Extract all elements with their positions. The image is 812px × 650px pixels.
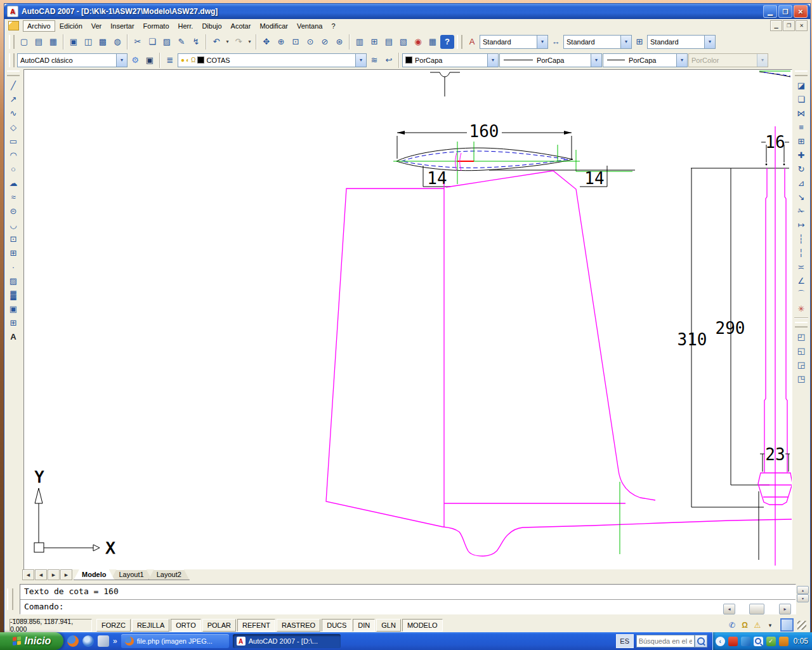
toolbar-grip[interactable]: [795, 322, 808, 328]
search-input[interactable]: [636, 635, 695, 647]
close-button[interactable]: ✕: [794, 5, 808, 18]
toolbar-grip[interactable]: [457, 35, 462, 49]
tray-sync-icon[interactable]: [741, 637, 750, 646]
menu-formato[interactable]: Formato: [139, 20, 174, 32]
menu-modificar[interactable]: Modificar: [255, 20, 292, 32]
array-button[interactable]: ⊞: [794, 134, 808, 148]
send-under-objects-button[interactable]: ◳: [794, 371, 808, 385]
show-desktop-icon[interactable]: [98, 635, 109, 647]
save-button[interactable]: ▦: [46, 35, 60, 49]
tab-layout1[interactable]: Layout1: [111, 569, 152, 580]
zoom-window-button[interactable]: ⊡: [289, 35, 303, 49]
menu-herr[interactable]: Herr.: [174, 20, 198, 32]
dimension-14-left[interactable]: 14: [423, 166, 450, 188]
command-hscroll-left[interactable]: ◂: [723, 604, 735, 614]
chevron-down-icon[interactable]: ▾: [591, 54, 601, 67]
chevron-down-icon[interactable]: ▾: [620, 36, 631, 48]
construction-line-button[interactable]: ↗: [6, 92, 20, 106]
spline-button[interactable]: ≈: [6, 190, 20, 204]
tip-airfoil-partial[interactable]: [759, 71, 790, 77]
tail-structure[interactable]: [691, 168, 789, 560]
tray-search-icon[interactable]: [754, 637, 763, 646]
last-tab-button[interactable]: ▶: [60, 569, 72, 580]
toggle-din[interactable]: DIN: [353, 619, 375, 632]
toggle-refent[interactable]: REFENT: [237, 619, 275, 632]
menu-ver[interactable]: Ver: [87, 20, 107, 32]
minimize-button[interactable]: ▁: [763, 5, 777, 18]
bring-above-objects-button[interactable]: ◲: [794, 357, 808, 371]
chevron-down-icon[interactable]: ▾: [676, 54, 687, 67]
layer-freeze-icon[interactable]: ◐: [186, 56, 190, 63]
move-button[interactable]: ✚: [794, 148, 808, 162]
paste-button[interactable]: ▨: [160, 35, 174, 49]
tray-updates-icon[interactable]: ✓: [766, 637, 776, 646]
fillet-button[interactable]: ⌒: [794, 288, 808, 302]
publish-button[interactable]: ▩: [96, 35, 110, 49]
polygon-button[interactable]: ◇: [6, 120, 20, 134]
toolbar-grip[interactable]: [9, 35, 15, 49]
layer-properties-button[interactable]: ≣: [163, 53, 177, 67]
drawing-file-icon[interactable]: [8, 21, 19, 30]
plot-preview-button[interactable]: ◫: [81, 35, 95, 49]
quicklaunch-firefox-icon[interactable]: [67, 635, 79, 647]
erase-button[interactable]: ◪: [794, 78, 808, 92]
layer-unlock-icon[interactable]: Ω: [191, 56, 195, 63]
start-button[interactable]: Inicio: [0, 632, 63, 650]
offset-button[interactable]: ≡: [794, 120, 808, 134]
status-tray-dropdown[interactable]: ▾: [765, 620, 775, 630]
designcenter-button[interactable]: ⊞: [367, 35, 381, 49]
redo-button[interactable]: ↷: [232, 35, 246, 49]
sheet-set-manager-button[interactable]: ▧: [396, 35, 410, 49]
toolbar-grip[interactable]: [9, 53, 15, 67]
undo-button[interactable]: ↶: [209, 35, 223, 49]
table-style-combo[interactable]: Standard ▾: [647, 35, 716, 49]
quicklaunch-overflow-chevron[interactable]: »: [113, 637, 117, 646]
explode-button[interactable]: ✳: [794, 302, 808, 315]
dim-text-310[interactable]: 310: [678, 330, 707, 349]
extend-button[interactable]: ↦: [794, 218, 808, 232]
command-prompt-line[interactable]: Comando:: [20, 600, 796, 613]
toolbar-grip[interactable]: [7, 70, 20, 76]
toggle-forzc[interactable]: FORZC: [96, 619, 131, 632]
markup-set-manager-button[interactable]: ◉: [411, 35, 425, 49]
dim-style-combo[interactable]: Standard ▾: [563, 35, 632, 49]
zoom-realtime-button[interactable]: ⊕: [274, 35, 288, 49]
first-tab-button[interactable]: ◀: [22, 569, 34, 580]
dim-text-160[interactable]: 160: [469, 122, 499, 141]
command-text-area[interactable]: Texto de cota = 160 Comando:: [20, 584, 796, 614]
join-button[interactable]: ≍: [794, 260, 808, 274]
properties-palette-button[interactable]: ▥: [353, 35, 367, 49]
menu-archivo[interactable]: Archivo: [23, 20, 55, 32]
communication-center-icon[interactable]: ✆: [727, 620, 737, 630]
command-hscroll-thumb[interactable]: [749, 604, 764, 614]
rotate-button[interactable]: ↻: [794, 162, 808, 176]
pan-button[interactable]: ✥: [259, 35, 273, 49]
tab-modelo[interactable]: Modelo: [74, 569, 115, 580]
maximize-button[interactable]: ❐: [778, 5, 792, 18]
circle-button[interactable]: ○: [6, 162, 20, 176]
revision-cloud-button[interactable]: ☁: [6, 176, 20, 190]
linetype-combo[interactable]: PorCapa ▾: [499, 53, 602, 67]
insert-block-button[interactable]: ⊡: [6, 232, 20, 246]
dim-text-290[interactable]: 290: [716, 319, 745, 338]
layer-combo[interactable]: ● ◐ Ω COTAS ▾: [178, 53, 367, 67]
mirror-button[interactable]: ⋈: [794, 106, 808, 120]
line-button[interactable]: ╱: [6, 78, 20, 92]
plot-button[interactable]: ▣: [67, 35, 81, 49]
trim-button[interactable]: ✁: [794, 204, 808, 218]
mdi-close-button[interactable]: ✕: [796, 20, 808, 31]
break-at-point-button[interactable]: ┆: [794, 232, 808, 246]
stretch-button[interactable]: ↘: [794, 190, 808, 204]
chevron-down-icon[interactable]: ▾: [487, 54, 498, 67]
layer-on-icon[interactable]: ●: [181, 56, 185, 63]
menu-edicion[interactable]: Edición: [55, 20, 87, 32]
toggle-gln[interactable]: GLN: [376, 619, 401, 632]
break-button[interactable]: ╎: [794, 246, 808, 260]
top-marker[interactable]: [430, 72, 460, 96]
lineweight-combo[interactable]: PorCapa ▾: [603, 53, 688, 67]
toggle-orto[interactable]: ORTO: [171, 619, 200, 632]
make-object-layer-current-button[interactable]: ≋: [367, 53, 381, 67]
language-indicator[interactable]: ES: [616, 634, 634, 648]
tray-collapse-chevron[interactable]: ‹: [716, 637, 725, 646]
chevron-down-icon[interactable]: ▾: [537, 36, 547, 48]
